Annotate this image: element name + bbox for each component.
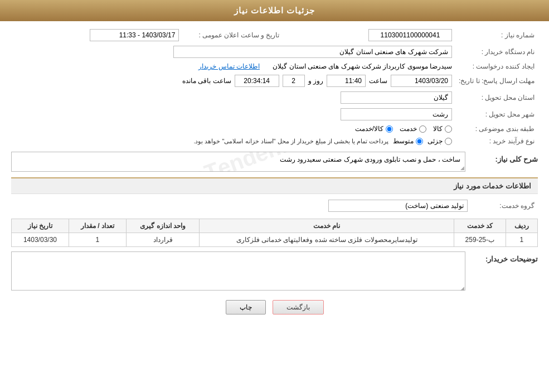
cell-tedad: 1	[69, 233, 126, 247]
tosih-kharidar-label: توضیحات خریدار:	[471, 251, 538, 263]
saat-label: ساعت	[369, 77, 387, 85]
page-header: جزئیات اطلاعات نیاز	[0, 0, 549, 21]
table-row: 1 ب-25-259 تولیدسایرمحصولات فلزی ساخته ش…	[12, 233, 538, 247]
resize-icon-2: ◢	[460, 285, 464, 291]
radio-kala-khadamat[interactable]: کالا/خدمت	[355, 125, 393, 133]
resize-icon: ◢	[460, 165, 464, 171]
mande-time-input[interactable]	[235, 75, 279, 87]
radio-khadamat[interactable]: خدمت	[400, 125, 426, 133]
nam-dastgah-label: نام دستگاه خریدار :	[455, 43, 538, 60]
shahr-tahvil-input[interactable]	[341, 108, 452, 120]
col-nam: نام خدمت	[200, 219, 454, 233]
col-tedad: تعداد / مقدار	[69, 219, 126, 233]
radio-kala-khadamat-label: کالا/خدمت	[355, 125, 383, 133]
cell-tarikh: 1403/03/30	[12, 233, 69, 247]
groupe-khadamat-input[interactable]	[328, 200, 468, 212]
radio-kala-input[interactable]	[445, 125, 452, 133]
etelaatKhadamat-label: اطلاعات خدمات مورد نیاز	[454, 182, 531, 190]
rooz-label: روز و	[308, 77, 323, 85]
rooz-input[interactable]	[283, 75, 305, 87]
button-row: بازگشت چاپ	[11, 300, 538, 314]
col-tarikh: تاریخ نیاز	[12, 219, 69, 233]
farayand-note: پرداخت تمام یا بخشی از مبلغ خریدار از مح…	[193, 138, 388, 145]
radio-kala[interactable]: کالا	[433, 125, 452, 133]
cell-radif: 1	[506, 233, 537, 247]
col-vahed: واحد اندازه گیری	[126, 219, 200, 233]
print-button[interactable]: چاپ	[226, 300, 266, 314]
page-title: جزئیات اطلاعات نیاز	[234, 6, 315, 15]
col-radif: ردیف	[506, 219, 537, 233]
ijad-konande-label: ایجاد کننده درخواست :	[455, 60, 538, 72]
tabaghe-movzoi-label: طبقه بندی موضوعی :	[455, 123, 538, 135]
radio-jozee-label: جزئی	[427, 137, 443, 145]
radio-motavasset-input[interactable]	[416, 138, 423, 145]
shomare-niaz-label: شماره نیاز :	[455, 27, 538, 43]
tarikh-ialan-input[interactable]	[90, 29, 179, 41]
shahr-tahvil-label: شهر محل تحویل :	[455, 106, 538, 123]
col-kod: کد خدمت	[454, 219, 506, 233]
shomare-niaz-input[interactable]	[368, 29, 452, 41]
tarikh-ialan-label: تاریخ و ساعت اعلان عمومی :	[182, 27, 283, 43]
cell-kod: ب-25-259	[454, 233, 506, 247]
saat-pasokh-input[interactable]	[327, 75, 366, 87]
ijad-konande-value: سیدرضا موسوی کاربرداز شرکت شهرک های صنعت…	[273, 62, 452, 70]
radio-kala-khadamat-input[interactable]	[386, 125, 393, 133]
mohlat-irsalpasokh-label: مهلت ارسال پاسخ: تا تاریخ:	[455, 72, 538, 89]
radio-jozee-input[interactable]	[445, 138, 452, 145]
back-button[interactable]: بازگشت	[273, 300, 324, 314]
radio-khadamat-input[interactable]	[419, 125, 426, 133]
ostan-tahvil-input[interactable]	[341, 91, 452, 104]
radio-khadamat-label: خدمت	[400, 125, 417, 133]
sharh-kolli-niaz-value: ساخت ، حمل و نصب تابلوی ورودی شهرک صنعتی…	[11, 152, 465, 172]
sharh-kolli-niaz-label: شرح کلی نیاز:	[471, 152, 538, 163]
nam-dastgah-input[interactable]	[173, 46, 452, 58]
cell-vahed: قرارداد	[126, 233, 200, 247]
radio-motavasset[interactable]: متوسط	[393, 137, 423, 145]
ostan-tahvil-label: استان محل تحویل :	[455, 89, 538, 106]
etelaatKhadamat-section: اطلاعات خدمات مورد نیاز	[11, 177, 538, 194]
khadamat-table: ردیف کد خدمت نام خدمت واحد اندازه گیری ت…	[11, 219, 538, 247]
nove-farayand-label: نوع فرآیند خرید :	[455, 135, 538, 147]
tarikh-pasokh-input[interactable]	[391, 75, 452, 87]
radio-kala-label: کالا	[433, 125, 443, 133]
radio-motavasset-label: متوسط	[393, 137, 414, 145]
mande-time-label: ساعت باقی مانده	[182, 77, 231, 85]
radio-jozee[interactable]: جزئی	[427, 137, 452, 145]
groupe-khadamat-label: گروه خدمت:	[471, 197, 538, 214]
ettelaat-tamas-link[interactable]: اطلاعات تماس خریدار	[198, 62, 260, 70]
tosih-kharidar-textarea[interactable]	[11, 251, 465, 291]
cell-nam: تولیدسایرمحصولات فلزی ساخته شده وفعالیته…	[200, 233, 454, 247]
